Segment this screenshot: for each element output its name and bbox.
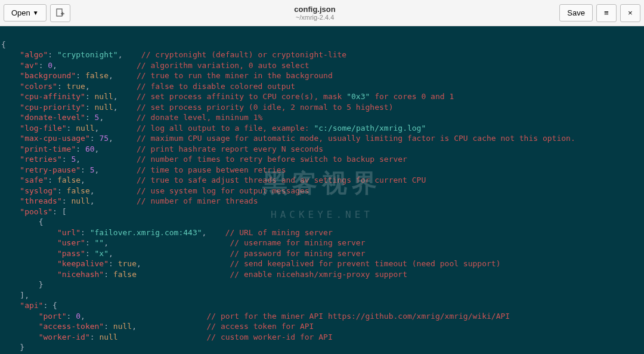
close-icon: × — [628, 8, 633, 17]
new-document-icon — [55, 8, 65, 18]
svg-rect-0 — [57, 9, 62, 16]
watermark-en: HACKEYE.NET — [262, 209, 382, 220]
close-button[interactable]: × — [620, 4, 640, 22]
title-area: config.json ~/xmrig-2.4.4 — [74, 5, 556, 21]
editor-area[interactable]: 黑客视界 HACKEYE.NET { "algo": "cryptonight"… — [0, 26, 644, 354]
hamburger-icon: ≡ — [604, 8, 609, 17]
open-button[interactable]: Open ▼ — [4, 4, 47, 21]
open-label: Open — [11, 8, 30, 17]
save-label: Save — [567, 8, 585, 17]
menu-button[interactable]: ≡ — [596, 4, 617, 22]
title-path: ~/xmrig-2.4.4 — [74, 14, 556, 21]
title-filename: config.json — [74, 5, 556, 14]
chevron-down-icon: ▼ — [33, 10, 39, 16]
save-button[interactable]: Save — [559, 4, 593, 21]
toolbar: Open ▼ config.json ~/xmrig-2.4.4 Save ≡ … — [0, 0, 644, 26]
new-tab-button[interactable] — [50, 4, 70, 22]
